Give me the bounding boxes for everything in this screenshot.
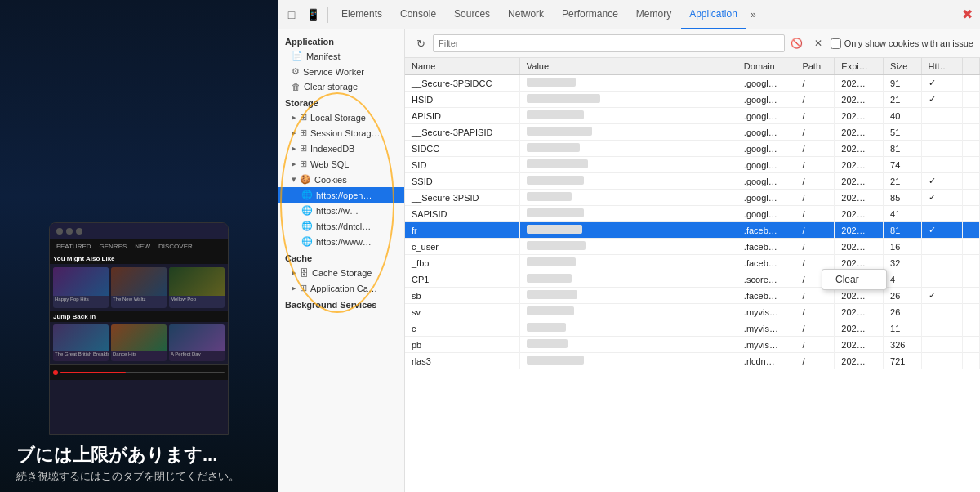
cell-value [519,124,737,141]
cell-domain: .faceb… [737,239,795,255]
sidebar-item-cookies-www[interactable]: 🌐 https://www… [278,234,404,249]
cookies-data-table: Name Value Domain Path Expi… Size Htt… _… [405,58,980,369]
cell-extra [963,271,980,288]
device-icon[interactable]: 📱 [303,5,323,25]
filter-bar: ↻ 🚫 ✕ Only show cookies with an issue [405,29,980,58]
sidebar-item-cookies[interactable]: ▾ 🍪 Cookies [278,172,404,187]
sidebar-application-label: Application [278,33,404,48]
sidebar-item-manifest-label: Manifest [306,51,341,61]
table-row[interactable]: sb .faceb… / 202… 26 ✓ [405,288,980,304]
issues-checkbox[interactable] [831,38,841,49]
tab-sources[interactable]: Sources [446,0,498,29]
table-row[interactable]: pb .myvis… / 202… 326 [405,337,980,353]
cell-size: 16 [884,239,921,255]
devtools-panel: □ 📱 Elements Console Sources Network Per… [278,0,980,492]
context-menu: Clear [822,269,887,290]
filter-input[interactable] [439,38,779,48]
cell-expiry: 202… [835,157,884,173]
cell-value [519,75,737,92]
sidebar-storage-label: Storage [278,94,404,110]
table-row[interactable]: __Secure-3PSIDCC .googl… / 202… 91 ✓ [405,75,980,92]
col-value[interactable]: Value [519,58,737,75]
table-row[interactable]: CP1 .score… / 202… 4 [405,271,980,288]
close-devtools-button[interactable]: ✖ [957,5,977,25]
tab-application[interactable]: Application [681,0,746,29]
cell-htt [921,353,963,369]
web-sql-arrow-icon: ▸ [292,159,296,169]
sidebar-cookies-url4-label: https://www… [316,237,372,247]
app-cache-icon: ⊞ [300,283,307,293]
table-row[interactable]: __Secure-3PAPISID .googl… / 202… 51 [405,124,980,141]
table-row[interactable]: __Secure-3PSID .googl… / 202… 85 ✓ [405,190,980,206]
context-menu-clear[interactable]: Clear [822,270,886,289]
col-extra[interactable] [963,58,980,75]
tab-memory[interactable]: Memory [628,0,679,29]
col-expiry[interactable]: Expi… [835,58,884,75]
cell-path: / [795,141,835,157]
cell-size: 21 [884,92,921,108]
devtools-topbar: □ 📱 Elements Console Sources Network Per… [278,0,980,29]
cell-domain: .myvis… [737,320,795,337]
table-row[interactable]: SSID .googl… / 202… 21 ✓ [405,173,980,190]
cell-value [519,320,737,337]
cell-htt [921,141,963,157]
tab-performance[interactable]: Performance [554,0,626,29]
tab-network[interactable]: Network [500,0,552,29]
col-size[interactable]: Size [884,58,921,75]
col-path[interactable]: Path [795,58,835,75]
filter-clear-button[interactable]: 🚫 [788,34,806,52]
cell-extra [963,124,980,141]
more-tabs-button[interactable]: » [747,4,760,25]
col-domain[interactable]: Domain [737,58,795,75]
sidebar-item-cookies-https-open[interactable]: 🌐 https://open… [278,187,404,203]
main-content: ↻ 🚫 ✕ Only show cookies with an issue Na… [405,29,980,492]
table-row[interactable]: SAPISID .googl… / 202… 41 [405,206,980,222]
sidebar-item-session-storage[interactable]: ▸ ⊞ Session Storag… [278,125,404,141]
tab-elements[interactable]: Elements [333,0,390,29]
sidebar-item-clear-storage[interactable]: 🗑 Clear storage [278,79,404,94]
table-row[interactable]: HSID .googl… / 202… 21 ✓ [405,92,980,108]
sidebar-item-manifest[interactable]: 📄 Manifest [278,48,404,64]
sidebar-item-cache-storage[interactable]: ▸ 🗄 Cache Storage [278,265,404,280]
cell-path: / [795,173,835,190]
section-you-might: You Might Also Like [50,253,228,264]
cell-size: 40 [884,108,921,124]
table-row[interactable]: SID .googl… / 202… 74 [405,157,980,173]
sidebar-item-indexeddb[interactable]: ▸ ⊞ IndexedDB [278,141,404,156]
cell-size: 51 [884,124,921,141]
session-storage-icon: ⊞ [300,127,307,138]
cell-domain: .googl… [737,92,795,108]
table-row[interactable]: rlas3 .rlcdn… / 202… 721 [405,353,980,369]
sidebar-item-local-storage[interactable]: ▸ ⊞ Local Storage [278,110,404,125]
table-row[interactable]: SIDCC .googl… / 202… 81 [405,141,980,157]
inspect-icon[interactable]: □ [282,5,301,25]
table-row[interactable]: c_user .faceb… / 202… 16 [405,239,980,255]
table-row[interactable]: c .myvis… / 202… 11 [405,320,980,337]
cell-name: rlas3 [405,353,519,369]
cell-size: 74 [884,157,921,173]
col-name[interactable]: Name [405,58,519,75]
service-worker-icon: ⚙ [292,66,300,77]
refresh-button[interactable]: ↻ [412,34,430,52]
japanese-main-text: ブには上限があります... [0,435,278,469]
col-htt[interactable]: Htt… [921,58,963,75]
table-row[interactable]: sv .myvis… / 202… 26 [405,304,980,320]
table-row[interactable]: _fbp .faceb… / 202… 32 [405,255,980,271]
sidebar-item-web-sql[interactable]: ▸ ⊞ Web SQL [278,156,404,172]
sidebar-item-cookies-https-w[interactable]: 🌐 https://w… [278,203,404,218]
tab-console[interactable]: Console [392,0,444,29]
sidebar-item-service-worker[interactable]: ⚙ Service Worker [278,64,404,79]
sidebar-item-app-cache[interactable]: ▸ ⊞ Application Ca… [278,280,404,296]
cell-size: 81 [884,141,921,157]
filter-delete-button[interactable]: ✕ [809,34,827,52]
japanese-sub-text: 続き視聴するにはこのタブを閉じてください。 [0,469,278,492]
cell-htt [921,255,963,271]
cell-name: sv [405,304,519,320]
sidebar-item-cookies-dntcl[interactable]: 🌐 https://dntcl… [278,218,404,234]
table-row[interactable]: APISID .googl… / 202… 40 [405,108,980,124]
cache-storage-icon: 🗄 [300,268,309,278]
table-row[interactable]: fr .faceb… / 202… 81 ✓ [405,222,980,239]
cell-htt [921,108,963,124]
cell-expiry: 202… [835,173,884,190]
sidebar-session-storage-label: Session Storag… [310,128,381,138]
